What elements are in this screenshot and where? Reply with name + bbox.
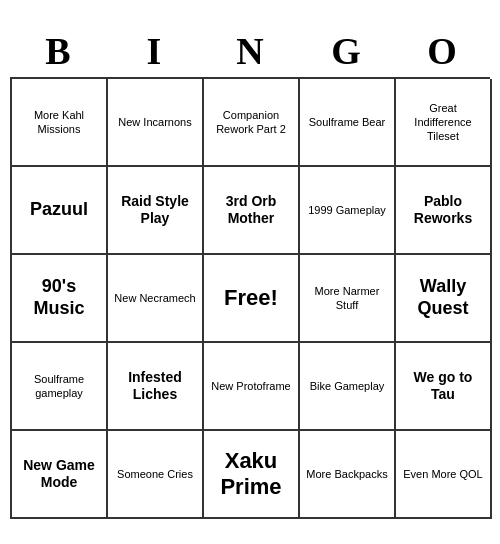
bingo-cell-15[interactable]: Soulframe gameplay: [12, 343, 108, 431]
bingo-grid: More Kahl MissionsNew IncarnonsCompanion…: [10, 77, 490, 519]
bingo-cell-4[interactable]: Great Indifference Tileset: [396, 79, 492, 167]
bingo-cell-3[interactable]: Soulframe Bear: [300, 79, 396, 167]
bingo-cell-21[interactable]: Someone Cries: [108, 431, 204, 519]
bingo-cell-7[interactable]: 3rd Orb Mother: [204, 167, 300, 255]
header-g: G: [302, 29, 390, 73]
header-b: B: [14, 29, 102, 73]
bingo-cell-24[interactable]: Even More QOL: [396, 431, 492, 519]
header-n: N: [206, 29, 294, 73]
bingo-cell-9[interactable]: Pablo Reworks: [396, 167, 492, 255]
bingo-header: B I N G O: [10, 25, 490, 77]
bingo-cell-22[interactable]: Xaku Prime: [204, 431, 300, 519]
bingo-cell-18[interactable]: Bike Gameplay: [300, 343, 396, 431]
bingo-cell-1[interactable]: New Incarnons: [108, 79, 204, 167]
bingo-cell-11[interactable]: New Necramech: [108, 255, 204, 343]
bingo-cell-13[interactable]: More Narmer Stuff: [300, 255, 396, 343]
bingo-cell-20[interactable]: New Game Mode: [12, 431, 108, 519]
bingo-cell-12[interactable]: Free!: [204, 255, 300, 343]
bingo-cell-14[interactable]: Wally Quest: [396, 255, 492, 343]
header-i: I: [110, 29, 198, 73]
bingo-cell-2[interactable]: Companion Rework Part 2: [204, 79, 300, 167]
bingo-cell-6[interactable]: Raid Style Play: [108, 167, 204, 255]
bingo-cell-5[interactable]: Pazuul: [12, 167, 108, 255]
bingo-cell-8[interactable]: 1999 Gameplay: [300, 167, 396, 255]
bingo-cell-16[interactable]: Infested Liches: [108, 343, 204, 431]
bingo-cell-19[interactable]: We go to Tau: [396, 343, 492, 431]
bingo-cell-23[interactable]: More Backpacks: [300, 431, 396, 519]
bingo-card: B I N G O More Kahl MissionsNew Incarnon…: [10, 25, 490, 519]
bingo-cell-0[interactable]: More Kahl Missions: [12, 79, 108, 167]
header-o: O: [398, 29, 486, 73]
bingo-cell-10[interactable]: 90's Music: [12, 255, 108, 343]
bingo-cell-17[interactable]: New Protoframe: [204, 343, 300, 431]
